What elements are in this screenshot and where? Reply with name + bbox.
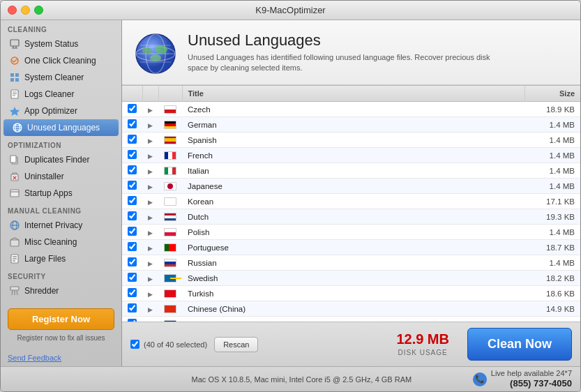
- send-feedback-link[interactable]: Send Feedback: [1, 349, 121, 366]
- sidebar-item-uninstaller[interactable]: Uninstaller: [1, 168, 121, 185]
- system-info: Mac OS X 10.8.5, Mac mini, Intel Core i5…: [130, 375, 473, 384]
- table-row: ▶ Czech 18.9 KB: [122, 102, 580, 117]
- traffic-lights: [8, 6, 43, 15]
- row-checkbox[interactable]: [128, 303, 137, 312]
- country-flag: [164, 197, 176, 206]
- language-table-wrapper[interactable]: Title Size ▶ Czech 18.9 KB ▶: [122, 85, 580, 322]
- row-expand-cell[interactable]: ▶: [142, 194, 158, 209]
- support-info: 📞 Live help available 24*7 (855) 737-405…: [473, 369, 572, 389]
- row-expand-cell[interactable]: ▶: [142, 133, 158, 148]
- duplicates-icon: [9, 154, 20, 165]
- row-size: 18.6 KB: [525, 286, 580, 301]
- country-flag: [164, 136, 176, 144]
- section-cleaning: CLEANING: [1, 20, 121, 36]
- main-window: K9-MacOptimizer CLEANING System Status: [0, 0, 581, 392]
- row-title: Italian: [182, 163, 525, 179]
- clean-now-button[interactable]: Clean Now: [467, 328, 572, 361]
- sidebar-item-unused-languages[interactable]: Unused Languages: [3, 119, 119, 136]
- row-checkbox-cell: [122, 102, 142, 117]
- col-title: Title: [182, 86, 525, 102]
- row-checkbox[interactable]: [128, 119, 137, 128]
- table-row: ▶ Swedish 18.2 KB: [122, 271, 580, 286]
- sidebar-item-large-files[interactable]: Large Files: [1, 250, 121, 267]
- sidebar-item-startup[interactable]: Startup Apps: [1, 185, 121, 202]
- maximize-button[interactable]: [34, 6, 43, 15]
- panel-globe-icon: [133, 31, 178, 76]
- row-checkbox[interactable]: [128, 165, 137, 174]
- row-expand-cell[interactable]: ▶: [142, 102, 158, 117]
- expand-arrow: ▶: [148, 214, 153, 221]
- sidebar-item-one-click[interactable]: One Click Cleaning: [1, 52, 121, 69]
- row-expand-cell[interactable]: ▶: [142, 240, 158, 255]
- row-expand-cell[interactable]: ▶: [142, 179, 158, 194]
- svg-rect-20: [10, 156, 16, 163]
- row-expand-cell[interactable]: ▶: [142, 209, 158, 225]
- expand-arrow: ▶: [148, 229, 153, 236]
- section-manual-cleaning: MANUAL CLEANING: [1, 202, 121, 217]
- register-button[interactable]: Register Now: [8, 308, 114, 330]
- sidebar-label-system-status: System Status: [24, 39, 78, 49]
- row-checkbox[interactable]: [128, 196, 137, 205]
- sidebar-item-duplicates[interactable]: Duplicates Finder: [1, 151, 121, 168]
- language-table: Title Size ▶ Czech 18.9 KB ▶: [122, 86, 580, 322]
- row-checkbox[interactable]: [128, 242, 137, 251]
- sidebar-label-duplicates: Duplicates Finder: [24, 155, 89, 165]
- svg-line-40: [17, 290, 17, 295]
- row-expand-cell[interactable]: ▶: [142, 117, 158, 133]
- rescan-button[interactable]: Rescan: [214, 337, 258, 352]
- row-flag-cell: [158, 209, 182, 225]
- row-expand-cell[interactable]: ▶: [142, 148, 158, 163]
- row-title: Turkish: [182, 286, 525, 301]
- row-title: Swedish: [182, 271, 525, 286]
- expand-arrow: ▶: [148, 199, 153, 206]
- row-flag-cell: [158, 194, 182, 209]
- row-expand-cell[interactable]: ▶: [142, 286, 158, 301]
- minimize-button[interactable]: [21, 6, 30, 15]
- row-checkbox[interactable]: [128, 227, 137, 236]
- table-row: ▶ Polish 1.4 MB: [122, 225, 580, 240]
- row-expand-cell[interactable]: ▶: [142, 163, 158, 179]
- sidebar-item-app-optimizer[interactable]: App Optimizer: [1, 103, 121, 119]
- sidebar-item-system-cleaner[interactable]: System Cleaner: [1, 69, 121, 86]
- row-checkbox[interactable]: [128, 288, 137, 297]
- row-size: 18.2 KB: [525, 271, 580, 286]
- row-checkbox-cell: [122, 133, 142, 148]
- selected-count: (40 of 40 selected): [144, 340, 207, 349]
- row-checkbox[interactable]: [128, 257, 137, 266]
- svg-marker-13: [10, 107, 20, 116]
- row-expand-cell[interactable]: ▶: [142, 225, 158, 240]
- sidebar-item-internet-privacy[interactable]: Internet Privacy: [1, 217, 121, 234]
- col-flag: [158, 86, 182, 102]
- row-size: 1.4 MB: [525, 163, 580, 179]
- row-checkbox[interactable]: [128, 181, 137, 190]
- row-title: Portuguese: [182, 240, 525, 255]
- svg-rect-27: [10, 190, 19, 197]
- close-button[interactable]: [8, 6, 17, 15]
- sidebar-item-logs-cleaner[interactable]: Logs Cleaner: [1, 86, 121, 103]
- svg-rect-7: [10, 78, 14, 82]
- row-expand-cell[interactable]: ▶: [142, 271, 158, 286]
- table-row: ▶ Spanish 1.4 MB: [122, 133, 580, 148]
- row-expand-cell[interactable]: ▶: [142, 255, 158, 271]
- row-checkbox[interactable]: [128, 273, 137, 282]
- row-checkbox[interactable]: [128, 211, 137, 220]
- main-content: CLEANING System Status: [1, 20, 580, 366]
- sidebar-item-shredder[interactable]: Shredder: [1, 282, 121, 299]
- sidebar-item-system-status[interactable]: System Status: [1, 36, 121, 52]
- row-expand-cell[interactable]: ▶: [142, 317, 158, 322]
- table-row: ▶ Russian 1.4 MB: [122, 255, 580, 271]
- row-expand-cell[interactable]: ▶: [142, 301, 158, 317]
- large-files-icon: [9, 253, 20, 264]
- row-size: 1.4 MB: [525, 255, 580, 271]
- row-checkbox[interactable]: [128, 135, 137, 144]
- sidebar-item-misc[interactable]: Misc Cleaning: [1, 234, 121, 250]
- row-checkbox[interactable]: [128, 150, 137, 159]
- row-checkbox[interactable]: [128, 104, 137, 113]
- select-all-checkbox[interactable]: [130, 340, 139, 349]
- expand-arrow: ▶: [148, 153, 153, 160]
- row-title: German: [182, 117, 525, 133]
- support-line1: Live help available 24*7: [491, 369, 572, 378]
- row-checkbox-cell: [122, 209, 142, 225]
- svg-rect-6: [15, 73, 19, 77]
- panel-description: Unused Languages has identified followin…: [188, 52, 495, 74]
